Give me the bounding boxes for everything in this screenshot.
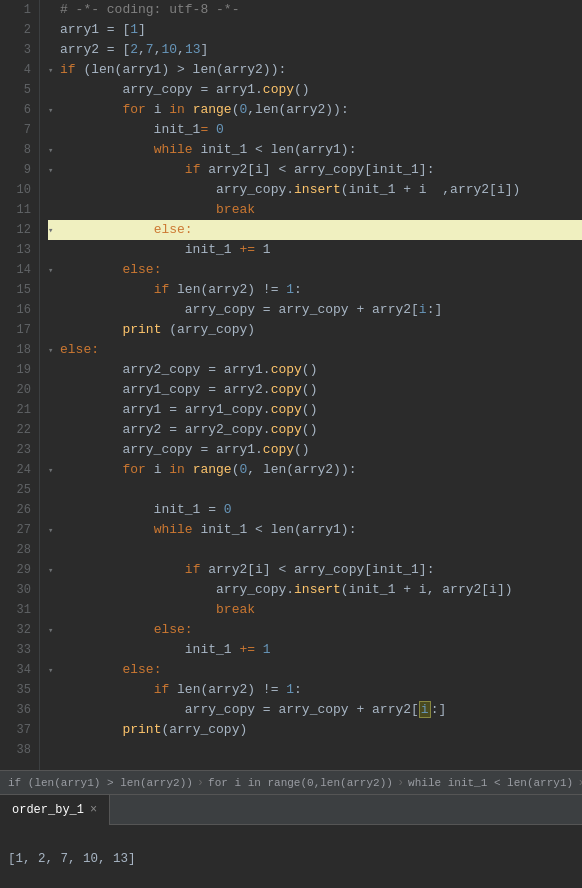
token-plain: arry_copy = arry1.: [60, 442, 263, 457]
tab-close[interactable]: ×: [90, 803, 97, 817]
token-plain: init_1 < len(arry1):: [200, 142, 356, 157]
code-line: ▾ while init_1 < len(arry1):: [48, 520, 582, 540]
line-number: 2: [0, 20, 31, 40]
token-plain: (): [294, 82, 310, 97]
fold-icon[interactable]: ▾: [48, 521, 58, 541]
token-plain: arry_copy = arry_copy + arry2[: [60, 302, 419, 317]
code-line: ▾ while init_1 < len(arry1):: [48, 140, 582, 160]
token-num: 1: [130, 22, 138, 37]
code-line: arry_copy = arry1.copy(): [48, 80, 582, 100]
token-fn: copy: [271, 382, 302, 397]
line-number: 14: [0, 260, 31, 280]
token-plain: ,len(arry2)):: [247, 102, 348, 117]
code-line: arry_copy.insert(init_1 + i, arry2[i]): [48, 580, 582, 600]
fold-icon[interactable]: ▾: [48, 261, 58, 281]
code-line: init_1 = 0: [48, 500, 582, 520]
code-line: ▾ if arry2[i] < arry_copy[init_1]:: [48, 160, 582, 180]
tab-order-by-1[interactable]: order_by_1 ×: [0, 795, 110, 825]
fold-icon[interactable]: ▾: [48, 101, 58, 121]
code-line: arry2_copy = arry1.copy(): [48, 360, 582, 380]
token-plain: init_1: [60, 242, 239, 257]
line-number: 33: [0, 640, 31, 660]
token-plain: arry1 = arry1_copy.: [60, 402, 271, 417]
breadcrumb-part[interactable]: if (len(arry1) > len(arry2)): [8, 777, 193, 789]
line-number: 6: [0, 100, 31, 120]
fold-icon[interactable]: ▾: [48, 661, 58, 681]
line-number: 31: [0, 600, 31, 620]
token-plain: i: [154, 102, 170, 117]
token-fn: copy: [263, 82, 294, 97]
code-line: arry1 = [1]: [48, 20, 582, 40]
token-kw: +=: [239, 242, 255, 257]
code-line: ▾ else:: [48, 260, 582, 280]
line-number: 12: [0, 220, 31, 240]
token-plain: (): [294, 442, 310, 457]
token-plain: arry2[i] < arry_copy[init_1]:: [208, 562, 434, 577]
fold-icon[interactable]: ▾: [48, 561, 58, 581]
token-kw: for: [122, 462, 153, 477]
fold-icon[interactable]: ▾: [48, 141, 58, 161]
line-number: 28: [0, 540, 31, 560]
token-highlight-num: i: [419, 701, 431, 718]
token-plain: (init_1 + i, arry2[i]): [341, 582, 513, 597]
code-line: init_1 += 1: [48, 240, 582, 260]
token-num: 1: [263, 642, 271, 657]
token-plain: (): [302, 422, 318, 437]
line-number: 26: [0, 500, 31, 520]
token-kw: if: [60, 62, 83, 77]
fold-icon[interactable]: ▾: [48, 221, 58, 241]
line-number: 32: [0, 620, 31, 640]
code-line: # -*- coding: utf-8 -*-: [48, 0, 582, 20]
token-fn: range: [193, 462, 232, 477]
code-line: arry_copy.insert(init_1 + i ,arry2[i]): [48, 180, 582, 200]
output-panel: [1, 2, 7, 10, 13]Process finished with e…: [0, 824, 582, 888]
fold-icon[interactable]: ▾: [48, 341, 58, 361]
token-kw: break: [216, 202, 255, 217]
token-plain: arry_copy.: [60, 182, 294, 197]
breadcrumb-part[interactable]: for i in range(0,len(arry2)): [208, 777, 393, 789]
line-number: 23: [0, 440, 31, 460]
token-plain: [60, 662, 122, 677]
code-line: arry_copy = arry1.copy(): [48, 440, 582, 460]
fold-icon[interactable]: ▾: [48, 621, 58, 641]
token-plain: [60, 462, 122, 477]
token-kw: else:: [154, 622, 193, 637]
line-number: 5: [0, 80, 31, 100]
code-line: break: [48, 200, 582, 220]
line-number: 24: [0, 460, 31, 480]
breadcrumb-arrow: ›: [197, 776, 204, 790]
token-plain: (arry_copy): [161, 722, 247, 737]
code-line: ▾else:: [48, 340, 582, 360]
token-num: 1: [286, 682, 294, 697]
token-fn: insert: [294, 182, 341, 197]
token-plain: arry_copy = arry1.: [60, 82, 263, 97]
line-number: 18: [0, 340, 31, 360]
editor-container: 1234567891011121314151617181920212223242…: [0, 0, 582, 888]
fold-icon[interactable]: ▾: [48, 461, 58, 481]
code-line: break: [48, 600, 582, 620]
token-plain: [60, 602, 216, 617]
token-plain: [60, 222, 154, 237]
token-num: 13: [185, 42, 201, 57]
token-plain: ,: [138, 42, 146, 57]
line-number: 7: [0, 120, 31, 140]
code-line: ▾if (len(arry1) > len(arry2)):: [48, 60, 582, 80]
token-plain: [60, 722, 122, 737]
line-numbers: 1234567891011121314151617181920212223242…: [0, 0, 40, 770]
output-line: [8, 869, 574, 888]
token-num: 1: [286, 282, 294, 297]
token-kw: if: [154, 282, 177, 297]
token-kw: =: [200, 122, 216, 137]
token-plain: len(arry2) !=: [177, 682, 286, 697]
line-number: 13: [0, 240, 31, 260]
line-number: 20: [0, 380, 31, 400]
token-plain: [60, 142, 154, 157]
fold-icon[interactable]: ▾: [48, 61, 58, 81]
code-line: init_1= 0: [48, 120, 582, 140]
code-line: ▾ for i in range(0, len(arry2)):: [48, 460, 582, 480]
token-plain: init_1 =: [60, 502, 224, 517]
fold-icon[interactable]: ▾: [48, 161, 58, 181]
breadcrumb-part[interactable]: while init_1 < len(arry1): [408, 777, 573, 789]
token-num: 0: [224, 502, 232, 517]
token-plain: arry_copy.: [60, 582, 294, 597]
